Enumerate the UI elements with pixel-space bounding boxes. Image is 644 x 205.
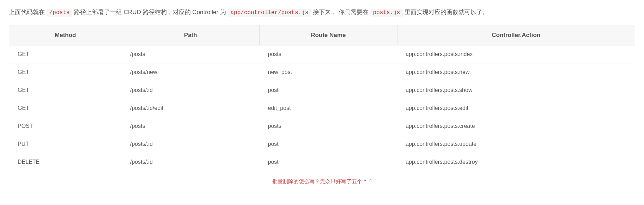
routes-table: Method Path Route Name Controller.Action… — [9, 25, 635, 171]
cell-path: /posts/:id — [122, 81, 260, 99]
cell-action: app.controllers.posts.destroy — [397, 153, 635, 171]
cell-route: post — [260, 135, 397, 153]
cell-method: DELETE — [9, 153, 122, 171]
intro-text-part3: 接下来， 你只需要在 — [313, 9, 370, 15]
cell-action: app.controllers.posts.update — [397, 135, 635, 153]
cell-route: posts — [260, 45, 397, 63]
cell-method: GET — [9, 81, 122, 99]
footer-note: 批量删除的怎么写？无奈只好写了五个 ^_^ — [9, 178, 635, 185]
cell-action: app.controllers.posts.edit — [397, 99, 635, 117]
cell-path: /posts — [122, 117, 260, 135]
cell-action: app.controllers.posts.create — [397, 117, 635, 135]
header-controller-action: Controller.Action — [397, 25, 635, 45]
intro-text-part1: 上面代码就在 — [9, 9, 47, 15]
code-posts-path: /posts — [47, 9, 73, 17]
cell-path: /posts/:id/edit — [122, 99, 260, 117]
header-method: Method — [9, 25, 122, 45]
cell-method: PUT — [9, 135, 122, 153]
intro-paragraph: 上面代码就在 /posts 路径上部署了一组 CRUD 路径结构，对应的 Con… — [9, 7, 635, 18]
code-controller-path: app/controller/posts.js — [228, 9, 311, 17]
table-row: POST /posts posts app.controllers.posts.… — [9, 117, 635, 135]
table-row: GET /posts posts app.controllers.posts.i… — [9, 45, 635, 63]
cell-path: /posts/:id — [122, 153, 260, 171]
cell-method: POST — [9, 117, 122, 135]
cell-action: app.controllers.posts.new — [397, 63, 635, 81]
table-header-row: Method Path Route Name Controller.Action — [9, 25, 635, 45]
cell-route: post — [260, 81, 397, 99]
table-row: GET /posts/:id post app.controllers.post… — [9, 81, 635, 99]
intro-text-part4: 里面实现对应的函数就可以了。 — [405, 9, 488, 15]
cell-path: /posts — [122, 45, 260, 63]
table-body: GET /posts posts app.controllers.posts.i… — [9, 45, 635, 171]
cell-method: GET — [9, 99, 122, 117]
header-route-name: Route Name — [260, 25, 397, 45]
cell-action: app.controllers.posts.show — [397, 81, 635, 99]
cell-method: GET — [9, 63, 122, 81]
cell-route: edit_post — [260, 99, 397, 117]
cell-path: /posts/new — [122, 63, 260, 81]
table-row: GET /posts/:id/edit edit_post app.contro… — [9, 99, 635, 117]
cell-method: GET — [9, 45, 122, 63]
cell-route: new_post — [260, 63, 397, 81]
table-row: PUT /posts/:id post app.controllers.post… — [9, 135, 635, 153]
header-path: Path — [122, 25, 260, 45]
cell-action: app.controllers.posts.index — [397, 45, 635, 63]
cell-route: posts — [260, 117, 397, 135]
cell-path: /posts/:id — [122, 135, 260, 153]
cell-route: post — [260, 153, 397, 171]
table-row: DELETE /posts/:id post app.controllers.p… — [9, 153, 635, 171]
table-row: GET /posts/new new_post app.controllers.… — [9, 63, 635, 81]
intro-text-part2: 路径上部署了一组 CRUD 路径结构，对应的 Controller 为 — [74, 9, 227, 15]
code-posts-js: posts.js — [370, 9, 403, 17]
